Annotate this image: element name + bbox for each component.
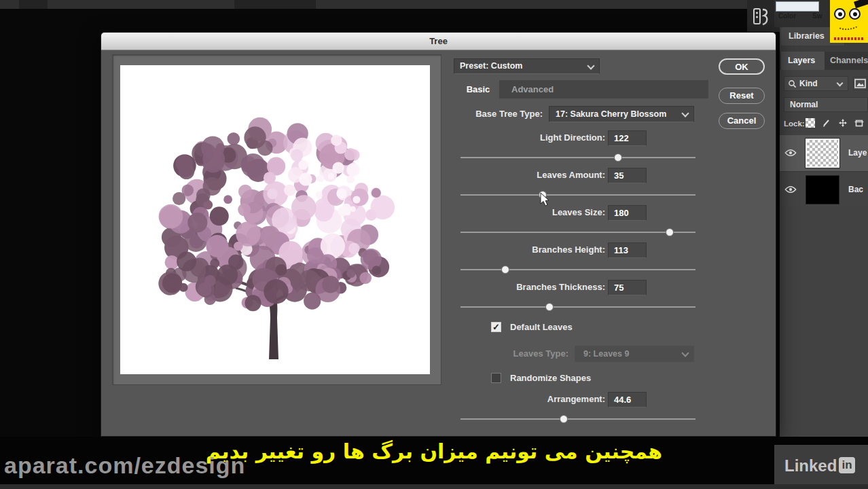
lock-artboard-icon[interactable] — [854, 118, 864, 128]
kind-filter-label: Kind — [799, 79, 818, 88]
preset-value: Preset: Custom — [460, 61, 522, 71]
top-bar-notch — [19, 0, 48, 9]
lock-brush-icon[interactable] — [822, 118, 831, 128]
search-icon — [788, 79, 797, 88]
branches-height-value[interactable]: 113 — [608, 242, 647, 258]
light-direction-label: Light Direction: — [540, 132, 605, 143]
picture-icon — [854, 77, 867, 90]
tab-layers[interactable]: Layers — [781, 52, 825, 70]
tree-dialog: Tree Preset: Custom Basic Advanced OK Re… — [101, 32, 776, 437]
arrangement-slider[interactable] — [460, 418, 695, 420]
kind-filter-dropdown[interactable]: Kind — [784, 76, 848, 91]
base-tree-type-value: 17: Sakura Cherry Blossom — [556, 109, 666, 119]
leaves-size-value[interactable]: 180 — [608, 205, 647, 221]
tree-preview-canvas — [120, 65, 430, 374]
leaves-size-slider[interactable] — [460, 232, 695, 233]
filter-thumbnail-button[interactable] — [853, 77, 867, 90]
slider-thumb[interactable] — [501, 266, 509, 274]
preset-dropdown[interactable]: Preset: Custom — [454, 58, 600, 74]
cancel-button[interactable]: Cancel — [719, 113, 765, 129]
blend-mode-value: Normal — [790, 100, 818, 109]
arrangement-label: Arrangement: — [547, 394, 605, 404]
swatches-tab-fragment[interactable]: Sw — [812, 12, 822, 20]
collapse-panels-icon[interactable] — [753, 7, 770, 27]
layer-thumbnail-transparent[interactable] — [806, 139, 839, 168]
top-bar-notch — [234, 0, 316, 9]
watermark: aparat.com/ezdesign — [4, 452, 245, 479]
logo-caption — [834, 37, 864, 40]
chevron-down-icon — [681, 349, 689, 357]
channel-logo — [830, 0, 868, 43]
dialog-titlebar[interactable]: Tree — [101, 33, 776, 50]
base-tree-type-dropdown[interactable]: 17: Sakura Cherry Blossom — [549, 106, 694, 122]
slider-thumb[interactable] — [560, 415, 568, 423]
chevron-down-icon — [837, 80, 844, 87]
leaves-size-label: Leaves Size: — [552, 207, 605, 217]
blend-mode-dropdown[interactable]: Normal — [784, 97, 868, 112]
branches-height-label: Branches Height: — [532, 244, 605, 255]
layer-thumbnail-black[interactable] — [806, 175, 839, 204]
branches-thickness-value[interactable]: 75 — [608, 280, 647, 295]
leaves-amount-slider[interactable] — [460, 194, 695, 196]
layers-panel-body: Kind Normal Lock: — [780, 70, 868, 447]
layers-tabstrip: Layers Channels — [780, 52, 868, 70]
color-tab-fragment[interactable]: Color — [778, 12, 796, 20]
tab-channels[interactable]: Channels — [830, 52, 868, 70]
mouse-cursor — [540, 192, 551, 207]
branches-thickness-slider[interactable] — [460, 306, 695, 308]
linkedin-icon: in — [839, 457, 855, 473]
slider-thumb[interactable] — [545, 303, 554, 311]
slider-thumb[interactable] — [614, 153, 622, 162]
layer-row-selected[interactable]: Laye — [780, 135, 868, 171]
leaves-amount-value[interactable]: 35 — [608, 168, 647, 183]
graduation-cap-icon — [854, 0, 868, 8]
light-direction-slider[interactable] — [460, 157, 695, 158]
lock-move-icon[interactable] — [838, 118, 848, 128]
reset-button[interactable]: Reset — [719, 88, 765, 104]
light-direction-value[interactable]: 122 — [608, 130, 647, 146]
default-leaves-label: Default Leaves — [510, 322, 573, 332]
branches-height-slider[interactable] — [460, 269, 695, 270]
leaves-type-label: Leaves Type: — [513, 348, 568, 359]
layer-name[interactable]: Laye — [848, 148, 867, 158]
leaves-type-dropdown: 9: Leaves 9 — [575, 346, 694, 362]
randomize-shapes-checkbox[interactable] — [491, 373, 501, 383]
screen: Color Sw Libraries Layers Channels Kind … — [0, 0, 868, 489]
visibility-eye-icon[interactable] — [784, 149, 797, 157]
default-leaves-checkbox[interactable]: ✓ — [491, 322, 501, 332]
tab-advanced[interactable]: Advanced — [511, 80, 554, 98]
chevron-down-icon — [681, 109, 689, 117]
sakura-tree-image — [120, 65, 430, 374]
linkedin-block: Linked in — [774, 445, 868, 484]
color-panel-chip — [776, 1, 819, 12]
randomize-shapes-label: Randomize Shapes — [510, 373, 591, 383]
bottom-strip — [0, 484, 868, 489]
tab-basic[interactable]: Basic — [457, 80, 499, 98]
visibility-eye-icon[interactable] — [784, 185, 797, 194]
leaves-amount-label: Leaves Amount: — [537, 170, 605, 180]
ok-button[interactable]: OK — [719, 58, 765, 75]
chevron-down-icon — [587, 62, 594, 69]
lock-transparency-icon[interactable] — [806, 118, 815, 128]
linkedin-wordmark: Linked — [784, 456, 837, 475]
arrangement-value[interactable]: 44.6 — [608, 392, 647, 408]
lock-label: Lock: — [784, 117, 805, 130]
slider-thumb[interactable] — [666, 228, 674, 236]
top-bar — [0, 0, 868, 9]
leaves-type-value: 9: Leaves 9 — [583, 349, 629, 359]
color-panel-fragment: Color Sw — [774, 0, 830, 27]
dialog-title: Tree — [429, 36, 448, 46]
tree-preview-panel — [112, 54, 441, 385]
dialog-tabbar: Basic Advanced — [457, 80, 708, 98]
layer-name[interactable]: Bac — [848, 185, 863, 194]
branches-thickness-label: Branches Thickness: — [516, 282, 605, 292]
base-tree-type-label: Base Tree Type: — [475, 109, 543, 119]
layer-row-background[interactable]: Bac — [780, 171, 868, 207]
